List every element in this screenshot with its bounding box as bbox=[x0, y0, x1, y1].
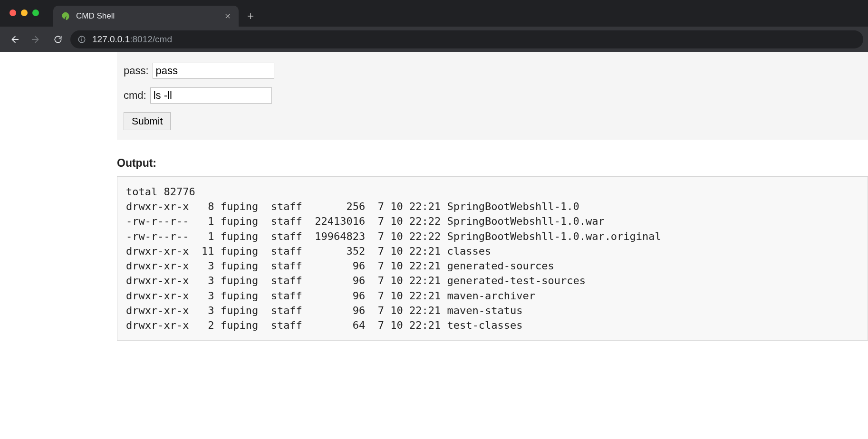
reload-button[interactable] bbox=[48, 30, 68, 49]
url-text: 127.0.0.1:8012/cmd bbox=[92, 34, 172, 45]
toolbar: 127.0.0.1:8012/cmd bbox=[0, 27, 868, 52]
cmd-label: cmd: bbox=[124, 89, 146, 102]
window-minimize-button[interactable] bbox=[21, 10, 28, 16]
svg-rect-2 bbox=[81, 39, 82, 41]
back-button[interactable] bbox=[5, 30, 24, 49]
svg-point-1 bbox=[81, 38, 82, 38]
cmd-row: cmd: bbox=[124, 87, 861, 104]
url-path: :8012/cmd bbox=[130, 34, 172, 44]
address-bar[interactable]: 127.0.0.1:8012/cmd bbox=[70, 30, 863, 48]
close-icon[interactable] bbox=[223, 12, 232, 20]
new-tab-button[interactable] bbox=[242, 6, 259, 27]
output-heading: Output: bbox=[117, 157, 868, 170]
site-info-icon[interactable] bbox=[77, 35, 87, 44]
output-box: total 82776 drwxr-xr-x 8 fuping staff 25… bbox=[117, 176, 868, 341]
tabstrip: CMD Shell bbox=[53, 0, 259, 27]
browser-tab[interactable]: CMD Shell bbox=[53, 6, 239, 27]
browser-chrome: CMD Shell 127.0.0.1:8012/cmd bbox=[0, 0, 868, 52]
submit-button[interactable]: Submit bbox=[124, 112, 171, 130]
window-controls bbox=[0, 0, 48, 16]
url-host: 127.0.0.1 bbox=[92, 34, 130, 44]
leaf-icon bbox=[61, 11, 70, 21]
page-content: pass: cmd: Submit Output: total 82776 dr… bbox=[0, 52, 868, 341]
window-close-button[interactable] bbox=[10, 10, 16, 16]
forward-button[interactable] bbox=[27, 30, 46, 49]
cmd-input[interactable] bbox=[150, 87, 272, 104]
window-zoom-button[interactable] bbox=[32, 10, 39, 16]
cmd-form: pass: cmd: Submit bbox=[117, 52, 868, 140]
pass-row: pass: bbox=[124, 63, 861, 79]
tab-title: CMD Shell bbox=[76, 11, 218, 21]
pass-input[interactable] bbox=[153, 63, 274, 79]
titlebar: CMD Shell bbox=[0, 0, 868, 27]
pass-label: pass: bbox=[124, 65, 149, 77]
